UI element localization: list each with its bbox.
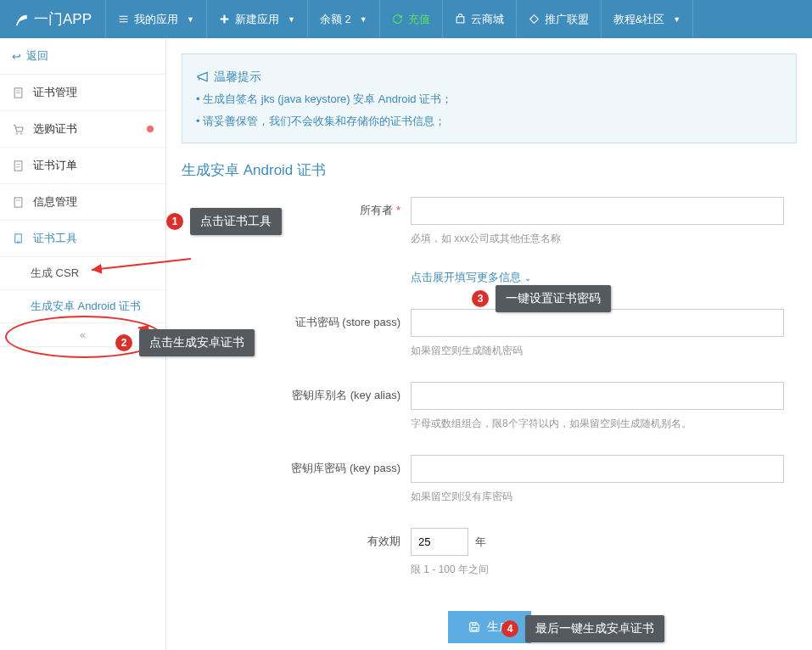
store-pass-label: 证书密码 (store pass)	[295, 316, 400, 328]
store-pass-help: 如果留空则生成随机密码	[411, 344, 797, 358]
key-alias-label: 密钥库别名 (key alias)	[292, 389, 400, 401]
plus-icon	[219, 14, 230, 25]
alert-line1: • 生成自签名 jks (java keystore) 安卓 Android 证…	[196, 88, 782, 110]
row-key-pass: 密钥库密码 (key pass) 如果留空则没有库密码	[182, 455, 797, 504]
section-title: 生成安卓 Android 证书	[182, 160, 797, 180]
svg-rect-19	[472, 623, 475, 625]
valid-input[interactable]	[411, 528, 468, 556]
svg-point-9	[16, 132, 18, 134]
owner-label: 所有者	[360, 204, 393, 216]
doc-icon	[12, 87, 25, 99]
svg-rect-1	[120, 19, 128, 20]
sidebar-cert-orders-label: 证书订单	[33, 158, 77, 173]
nav-promo[interactable]: 推广联盟	[517, 0, 602, 38]
sidebar-cert-tools-label: 证书工具	[33, 231, 77, 246]
sidebar-back[interactable]: ↩ 返回	[0, 38, 165, 75]
chevron-left-icon: «	[80, 328, 86, 341]
nav-balance[interactable]: 余额 2 ▼	[308, 0, 380, 38]
valid-help: 限 1 - 100 年之间	[411, 563, 797, 577]
nav-tutorial[interactable]: 教程&社区 ▼	[602, 0, 694, 38]
order-icon	[12, 160, 25, 172]
row-key-alias: 密钥库别名 (key alias) 字母或数组组合，限8个字符以内，如果留空则生…	[182, 382, 797, 431]
nav-recharge[interactable]: 充值	[380, 0, 443, 38]
owner-help: 必填，如 xxx公司或其他任意名称	[411, 232, 797, 246]
store-pass-input[interactable]	[411, 309, 784, 337]
svg-point-10	[20, 132, 22, 134]
annotation-tip-3: 一键设置证书密码	[496, 285, 611, 312]
brand[interactable]: 一门APP	[0, 0, 106, 38]
row-expand: 点击展开填写更多信息 ⌄	[182, 270, 797, 285]
notification-dot-icon	[147, 126, 154, 132]
owner-input[interactable]	[411, 197, 784, 225]
cart-icon	[12, 123, 25, 136]
sidebar-cert-manage[interactable]: 证书管理	[0, 75, 165, 111]
valid-label: 有效期	[367, 535, 400, 547]
svg-rect-11	[14, 160, 22, 170]
sidebar-back-label: 返回	[26, 48, 48, 64]
key-pass-help: 如果留空则没有库密码	[411, 490, 797, 504]
megaphone-icon	[196, 70, 209, 83]
bag-icon	[455, 14, 466, 25]
save-icon	[468, 621, 480, 633]
sidebar-info-manage-label: 信息管理	[33, 194, 77, 210]
sidebar-cert-manage-label: 证书管理	[33, 85, 77, 100]
svg-rect-2	[120, 21, 128, 22]
key-alias-help: 字母或数组组合，限8个字符以内，如果留空则生成随机别名。	[411, 417, 797, 431]
nav-cloud-mall[interactable]: 云商城	[443, 0, 517, 38]
annotation-tip-4: 最后一键生成安卓证书	[525, 615, 664, 642]
svg-rect-0	[120, 16, 128, 17]
expand-more-link[interactable]: 点击展开填写更多信息 ⌄	[411, 270, 531, 285]
annotation-4: 4 最后一键生成安卓证书	[501, 615, 664, 642]
chevron-down-icon: ⌄	[524, 273, 531, 283]
menu-icon	[118, 14, 129, 25]
svg-rect-4	[221, 18, 229, 20]
caret-down-icon: ▼	[187, 15, 194, 24]
row-store-pass: 证书密码 (store pass) 如果留空则生成随机密码	[182, 309, 797, 358]
annotation-badge-2: 2	[115, 334, 132, 351]
annotation-badge-4: 4	[501, 620, 518, 637]
leaf-icon	[14, 12, 29, 27]
row-valid: 有效期 年 限 1 - 100 年之间	[182, 528, 797, 577]
expand-label: 点击展开填写更多信息	[411, 270, 521, 285]
annotation-tip-1: 点击证书工具	[190, 208, 282, 235]
back-arrow-icon: ↩	[12, 50, 21, 63]
tool-icon	[12, 233, 25, 245]
main-content: 温馨提示 • 生成自签名 jks (java keystore) 安卓 Andr…	[166, 38, 812, 650]
annotation-badge-3: 3	[472, 290, 489, 307]
sidebar-gen-android[interactable]: 生成安卓 Android 证书	[0, 290, 165, 323]
svg-rect-5	[456, 17, 464, 23]
key-pass-input[interactable]	[411, 455, 784, 483]
required-star: *	[396, 204, 400, 216]
annotation-badge-1: 1	[166, 213, 183, 230]
alert-line2: • 请妥善保管，我们不会收集和存储你的证书信息；	[196, 110, 782, 132]
sidebar-info-manage[interactable]: 信息管理	[0, 184, 165, 221]
nav-new-app-label: 新建应用	[235, 12, 279, 27]
alert-title: 温馨提示	[214, 64, 261, 88]
brand-text: 一门APP	[34, 9, 92, 29]
sidebar-buy-cert-label: 选购证书	[33, 121, 77, 137]
svg-rect-14	[14, 197, 22, 206]
nav-promo-label: 推广联盟	[545, 12, 589, 27]
nav-my-apps[interactable]: 我的应用 ▼	[106, 0, 207, 38]
annotation-tip-2: 点击生成安卓证书	[139, 329, 255, 356]
nav-cloud-mall-label: 云商城	[471, 12, 504, 27]
sidebar-cert-orders[interactable]: 证书订单	[0, 148, 165, 184]
info-icon	[12, 196, 25, 209]
caret-down-icon: ▼	[360, 15, 367, 24]
svg-rect-18	[472, 628, 477, 631]
caret-down-icon: ▼	[288, 15, 295, 24]
annotation-1: 1 点击证书工具	[166, 208, 282, 235]
sidebar-cert-tools[interactable]: 证书工具	[0, 221, 165, 257]
refresh-icon	[392, 14, 403, 25]
sidebar-gen-csr-label: 生成 CSR	[31, 266, 79, 279]
nav-tutorial-label: 教程&社区	[613, 12, 665, 27]
key-alias-input[interactable]	[411, 382, 784, 410]
annotation-2: 2 点击生成安卓证书	[115, 329, 255, 356]
sidebar-buy-cert[interactable]: 选购证书	[0, 111, 165, 148]
nav-new-app[interactable]: 新建应用 ▼	[207, 0, 308, 38]
sidebar-gen-csr[interactable]: 生成 CSR	[0, 257, 165, 290]
svg-rect-16	[15, 233, 22, 242]
nav-recharge-label: 充值	[408, 12, 430, 27]
valid-unit: 年	[475, 535, 486, 550]
sidebar-gen-android-label: 生成安卓 Android 证书	[31, 300, 141, 312]
